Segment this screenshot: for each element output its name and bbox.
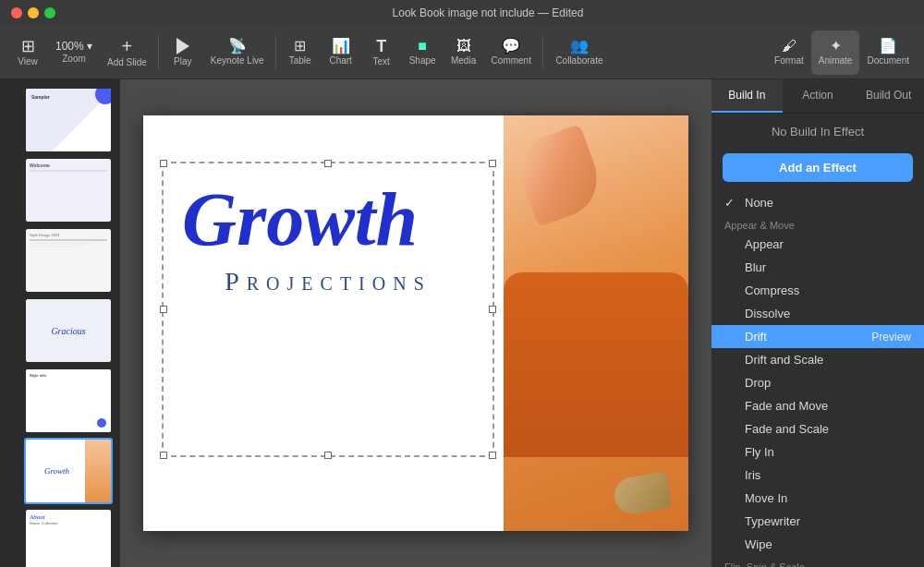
add-slide-label: Add Slide	[107, 57, 147, 67]
effect-drift-scale-label: Drift and Scale	[745, 353, 823, 367]
comment-icon: 💬	[502, 39, 520, 54]
handle-br	[489, 452, 496, 459]
shape-icon: ■	[418, 39, 427, 54]
effect-drop-label: Drop	[745, 376, 771, 390]
effect-move-in[interactable]: Move In	[711, 487, 924, 510]
view-label: View	[18, 56, 38, 66]
toolbar-shape[interactable]: ■ Shape	[402, 30, 444, 75]
slide-wrapper-5: 5 Style info	[0, 368, 120, 434]
effect-fade-scale[interactable]: Fade and Scale	[711, 417, 924, 440]
collaborate-icon: 👥	[570, 39, 589, 54]
toolbar-view[interactable]: ⊞ View	[7, 30, 48, 75]
slide-right-image	[504, 115, 688, 531]
title-bar: Look Book image not include — Edited	[0, 0, 924, 26]
panel-tabs-row: Build In Action Build Out	[711, 79, 924, 114]
text-content-box[interactable]: Growth Projections	[162, 162, 494, 457]
leaf-decoration	[510, 124, 608, 227]
slide-wrapper-2: 2 Welcome	[0, 157, 120, 223]
view-icon: ⊞	[21, 38, 35, 54]
media-label: Media	[451, 55, 476, 66]
handle-tl	[160, 160, 167, 167]
slide-thumb-6[interactable]: Growth	[24, 438, 113, 504]
effect-iris[interactable]: Iris	[711, 464, 924, 487]
toolbar-play[interactable]: Play	[163, 30, 203, 75]
checkmark-icon: ✓	[724, 196, 737, 210]
effect-wipe[interactable]: Wipe	[711, 533, 924, 556]
effect-fade-move-label: Fade and Move	[745, 399, 828, 413]
shape-label: Shape	[409, 55, 436, 66]
canvas-area: Growth Projections	[120, 79, 711, 567]
toolbar-chart[interactable]: 📊 Chart	[321, 30, 361, 75]
animate-icon: ✦	[830, 39, 842, 54]
minimize-button[interactable]	[28, 7, 39, 18]
effect-drift-scale[interactable]: Drift and Scale	[711, 348, 924, 371]
tab-action[interactable]: Action	[783, 79, 854, 113]
document-label: Document	[867, 55, 909, 66]
handle-tr	[489, 160, 496, 167]
effect-appear-label: Appear	[745, 237, 784, 251]
slide-thumb-inner-6: Growth	[26, 440, 111, 502]
toolbar-keynote-live[interactable]: 📡 Keynote Live	[203, 30, 272, 75]
comment-label: Comment	[492, 55, 531, 66]
slide-thumb-4[interactable]: Gracious	[24, 297, 113, 364]
toolbar-zoom[interactable]: 100% ▾ Zoom	[48, 30, 100, 75]
slide-thumb-inner-1: Sampler	[26, 89, 111, 151]
tab-build-in[interactable]: Build In	[711, 79, 783, 113]
slide-thumb-inner-4: Gracious	[26, 299, 111, 362]
effect-fly-in-label: Fly In	[745, 445, 774, 459]
traffic-lights	[11, 7, 55, 18]
effect-drop[interactable]: Drop	[711, 371, 924, 394]
effect-fade-move[interactable]: Fade and Move	[711, 394, 924, 417]
effect-compress[interactable]: Compress	[711, 279, 924, 302]
toolbar-animate[interactable]: ✦ Animate	[811, 30, 860, 75]
preview-label[interactable]: Preview	[871, 331, 911, 344]
toolbar-table[interactable]: ⊞ Table	[280, 30, 321, 75]
effect-blur-label: Blur	[745, 260, 766, 274]
slide-thumb-5[interactable]: Style info	[24, 368, 113, 434]
slide-thumb-3[interactable]: Style Design 2024	[24, 227, 113, 294]
add-effect-button[interactable]: Add an Effect	[723, 153, 913, 182]
slide-thumb-7[interactable]: About House Collection	[24, 508, 113, 567]
add-slide-icon: +	[122, 37, 133, 55]
toolbar-collaborate[interactable]: 👥 Collaborate	[547, 30, 612, 75]
toolbar-add-slide[interactable]: + Add Slide	[100, 30, 154, 75]
section-appear-move-label: Appear & Move	[711, 214, 924, 233]
effect-blur[interactable]: Blur	[711, 256, 924, 279]
divider-2	[275, 36, 276, 69]
chart-label: Chart	[329, 55, 351, 66]
toolbar-text[interactable]: T Text	[361, 30, 402, 75]
slide-thumb-inner-2: Welcome	[26, 159, 111, 222]
slide-wrapper-4: 4 Gracious	[0, 297, 120, 364]
window-title: Look Book image not include — Edited	[63, 6, 913, 19]
zoom-label: Zoom	[62, 54, 86, 64]
slide-canvas: Growth Projections	[143, 115, 688, 531]
orange-bg	[504, 115, 688, 531]
text-label: Text	[373, 56, 390, 66]
handle-tm	[324, 160, 332, 167]
slide-thumb-inner-5: Style info	[26, 369, 111, 432]
toolbar-media[interactable]: 🖼 Media	[444, 30, 484, 75]
slide-thumb-1[interactable]: Sampler	[24, 87, 113, 153]
play-label: Play	[174, 56, 191, 66]
play-icon	[176, 38, 189, 54]
table-icon: ⊞	[294, 39, 306, 54]
tab-build-out[interactable]: Build Out	[853, 79, 924, 113]
toolbar-document[interactable]: 📄 Document	[859, 30, 917, 75]
shoe-decoration	[612, 471, 673, 517]
effect-drift[interactable]: Drift Preview	[711, 325, 924, 348]
text-icon: T	[376, 38, 386, 54]
slide-thumb-2[interactable]: Welcome	[24, 157, 113, 223]
effect-fly-in[interactable]: Fly In	[711, 440, 924, 464]
fullscreen-button[interactable]	[44, 7, 55, 18]
toolbar-format[interactable]: 🖌 Format	[767, 30, 811, 75]
effect-appear[interactable]: Appear	[711, 233, 924, 256]
handle-bl	[160, 452, 167, 459]
toolbar-comment[interactable]: 💬 Comment	[484, 30, 539, 75]
effect-move-in-label: Move In	[745, 491, 787, 505]
effect-typewriter[interactable]: Typewriter	[711, 510, 924, 533]
effect-none[interactable]: ✓ None	[711, 191, 924, 214]
projections-text: Projections	[164, 267, 492, 296]
effect-dissolve[interactable]: Dissolve	[711, 302, 924, 325]
close-button[interactable]	[11, 7, 22, 18]
table-label: Table	[289, 55, 311, 66]
